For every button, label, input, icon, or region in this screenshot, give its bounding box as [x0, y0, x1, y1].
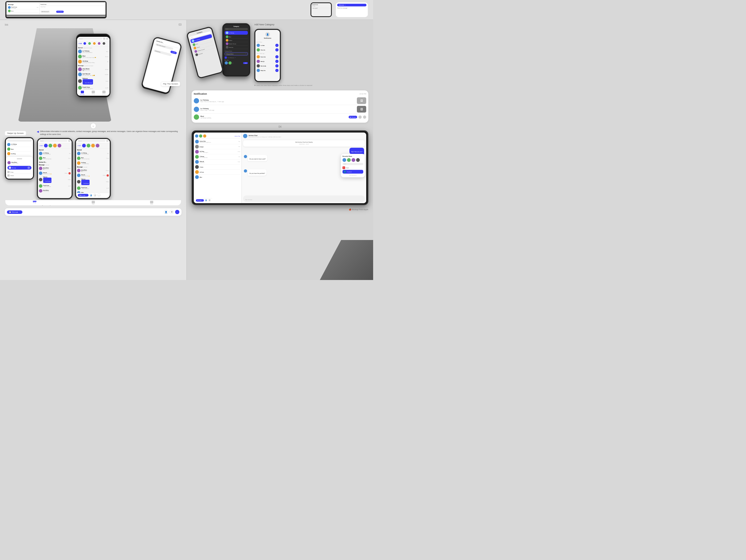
group-tab[interactable]: Group: [88, 93, 98, 95]
top-laptop-section: Message Frank CrowHow is going? Now Muzi: [0, 0, 373, 20]
laptop-mockup: Message Frank CrowHow is going? Now Muzi: [5, 1, 107, 19]
main-big-phone: Search + Add: [76, 34, 111, 97]
members-label: Members: [225, 59, 248, 61]
note-text: ✱ Users can view friend requests within …: [254, 84, 368, 86]
add-new-category-label: Add New Category: [254, 23, 368, 26]
new-friends-title: Notification: [264, 37, 271, 39]
ipad-area: Jerima Chai Jerima ChaiJerima said we'll…: [192, 131, 368, 205]
category-name-field[interactable]: Category Name: [226, 53, 233, 55]
overlay-tilted-phone: Jerima Ch... Hey! How are you? I'm fine!…: [140, 36, 182, 95]
right-column: Category Search... Lu Yuhang Muzi: [187, 20, 373, 280]
section-04-label: 04: [192, 125, 368, 128]
ios-label: ios: [5, 23, 8, 26]
message-tab[interactable]: Message: [77, 93, 88, 95]
info-text: Differentiate information in social netw…: [40, 131, 178, 135]
new-friends-phone: 👤 Notification Last 3 days Lei Hart ✓: [254, 29, 281, 82]
phone-hand-area: Search + Add: [5, 28, 181, 121]
selected-button-area: Selected ✓ Touch to manage: [336, 2, 368, 17]
chat-phone: Search + Add: [75, 138, 111, 199]
swipe-up-phone: Lu YuhangHow is going? Muzi Jia Heng: [5, 137, 34, 180]
service-option[interactable]: Service: [10, 175, 14, 176]
left-column: ios 03 Search: [0, 20, 186, 280]
mockup-label: Mockup From Apple: [352, 208, 368, 211]
service-tab[interactable]: Service: [98, 93, 110, 95]
notification-panel: Notification 10:02 PM Lu Yuhang Muzi: Th…: [192, 90, 368, 123]
message-list-phone: Search + Add: [37, 138, 73, 199]
selected-label: Selected: [339, 4, 344, 6]
group-option[interactable]: Group: [10, 171, 13, 173]
message-option[interactable]: Message: [12, 167, 16, 169]
info-text-block: ◀ Differentiate information in social ne…: [37, 130, 181, 136]
share-sheet: Recently Share Search...: [341, 154, 365, 177]
section-03-label: 03: [178, 23, 181, 26]
dark-category-phone: Category Search... Lu Yuhang Muzi: [222, 23, 250, 77]
hand-pointing: [320, 240, 373, 280]
arrow-down-circle: ↓: [90, 123, 96, 129]
notification-title: Notification: [194, 92, 207, 95]
content-area: ios 03 Search: [0, 20, 373, 280]
top-small-phone: Frank Crow Message How is going?: [311, 2, 332, 17]
category-phone-tilted: Category Search... Lu Yuhang Muzi: [186, 26, 224, 79]
bottom-message-btn[interactable]: Message: [12, 211, 18, 213]
mockup-from-apple-label: 🍎 Mockup From Apple: [192, 206, 368, 211]
swipe-up-screen-label: Swipe Up Screen: [5, 131, 26, 136]
flip-the-screen-label: Flip The Screen: [161, 82, 180, 86]
